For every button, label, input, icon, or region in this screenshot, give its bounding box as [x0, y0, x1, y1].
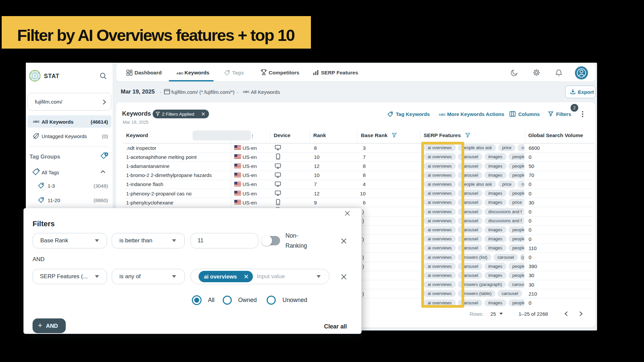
svg-text:2: 2 [573, 106, 576, 110]
